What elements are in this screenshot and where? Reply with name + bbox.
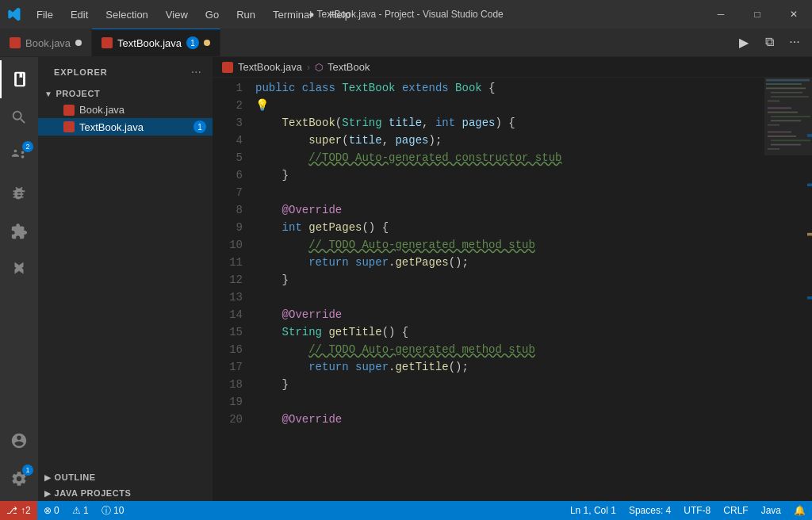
menu-selection[interactable]: Selection xyxy=(98,6,155,24)
activity-test[interactable] xyxy=(0,250,38,289)
code-line-11: return super.getPages(); xyxy=(255,254,764,271)
activity-bar: 2 1 xyxy=(0,57,38,501)
warnings-text: ⚠ 1 xyxy=(72,505,89,516)
status-spaces[interactable]: Spaces: 4 xyxy=(622,501,677,520)
book-java-icon xyxy=(10,37,21,48)
title-bar: File Edit Selection View Go Run Terminal… xyxy=(0,0,812,29)
run-button[interactable]: ▶ xyxy=(733,31,755,53)
restore-button[interactable]: □ xyxy=(739,0,776,29)
textbook-error-badge: 1 xyxy=(193,120,206,133)
code-line-19 xyxy=(255,393,764,411)
code-line-1: public class TextBook extends Book { xyxy=(255,79,764,97)
activity-bottom: 1 xyxy=(0,422,38,501)
code-line-2: 💡 xyxy=(255,97,764,114)
feedback-icon: 🔔 xyxy=(794,505,806,516)
activity-search[interactable] xyxy=(0,98,38,136)
code-editor[interactable]: 1 2 3 4 5 6 7 8 9 10 11 12 13 14 15 16 1… xyxy=(213,78,812,501)
editor-area: TextBook.java › ⬡ TextBook 1 2 3 4 5 6 7… xyxy=(213,57,812,501)
status-position[interactable]: Ln 1, Col 1 xyxy=(564,501,622,520)
menu-run[interactable]: Run xyxy=(228,6,263,24)
java-projects-label: JAVA PROJECTS xyxy=(55,488,132,498)
sidebar-title: EXPLORER xyxy=(54,67,108,77)
breadcrumb: TextBook.java › ⬡ TextBook xyxy=(213,57,812,78)
project-label: PROJECT xyxy=(56,89,100,98)
java-projects-header[interactable]: ▶ JAVA PROJECTS xyxy=(38,485,213,501)
textbook-java-icon xyxy=(102,37,113,48)
project-tree: ▼ PROJECT Book.java TextBook.java 1 xyxy=(38,84,213,137)
status-errors[interactable]: ⊗ 0 xyxy=(37,501,66,520)
status-language[interactable]: Java xyxy=(755,501,787,520)
code-line-3: TextBook(String title, int pages) { xyxy=(255,114,764,132)
file-textbook-java[interactable]: TextBook.java 1 xyxy=(38,118,213,136)
code-line-7 xyxy=(255,184,764,201)
activity-settings[interactable]: 1 xyxy=(0,460,38,498)
code-line-10: // TODO Auto-generated method stub xyxy=(255,236,764,254)
menu-edit[interactable]: Edit xyxy=(63,6,96,24)
tabbar-actions: ▶ ⧉ ··· xyxy=(733,31,812,56)
tab-textbook-badge: 1 xyxy=(186,36,199,49)
line-ending-text: CRLF xyxy=(723,505,748,516)
encoding-text: UTF-8 xyxy=(684,505,710,516)
svg-rect-18 xyxy=(807,184,812,187)
status-source-control[interactable]: ⎇ ↑2 xyxy=(0,501,37,520)
tab-textbook-java[interactable]: TextBook.java 1 xyxy=(92,29,220,56)
status-warnings[interactable]: ⚠ 1 xyxy=(66,501,95,520)
activity-debug[interactable] xyxy=(0,174,38,212)
project-header[interactable]: ▼ PROJECT xyxy=(38,86,213,101)
code-line-8: @Override xyxy=(255,201,764,219)
tab-book-java[interactable]: Book.java xyxy=(0,29,92,56)
breadcrumb-separator: › xyxy=(307,62,310,73)
code-line-5: //TODO Auto-generated constructor stub xyxy=(255,149,764,166)
language-text: Java xyxy=(761,505,781,516)
status-encoding[interactable]: UTF-8 xyxy=(677,501,717,520)
svg-rect-16 xyxy=(764,78,812,155)
breadcrumb-class-icon: ⬡ xyxy=(315,62,323,73)
outline-header[interactable]: ▶ OUTLINE xyxy=(38,469,213,485)
settings-badge: 1 xyxy=(22,465,33,476)
activity-extensions[interactable] xyxy=(0,212,38,250)
code-line-4: super(title, pages); xyxy=(255,132,764,149)
code-line-18: } xyxy=(255,376,764,393)
activity-source-control[interactable]: 2 xyxy=(0,136,38,174)
menu-file[interactable]: File xyxy=(29,6,61,24)
activity-account[interactable] xyxy=(0,422,38,460)
file-book-java[interactable]: Book.java xyxy=(38,101,213,118)
status-feedback[interactable]: 🔔 xyxy=(787,501,812,520)
code-content[interactable]: public class TextBook extends Book { 💡 T… xyxy=(252,78,764,501)
breadcrumb-file[interactable]: TextBook.java xyxy=(238,61,302,73)
more-actions-button[interactable]: ··· xyxy=(783,31,806,53)
outline-arrow: ▶ xyxy=(44,473,52,482)
window-controls: ─ □ ✕ xyxy=(703,0,812,29)
book-java-file-icon xyxy=(63,105,75,116)
menu-view[interactable]: View xyxy=(158,6,196,24)
sidebar: EXPLORER ··· ▼ PROJECT Book.java TextBoo… xyxy=(38,57,213,501)
tab-bar: Book.java TextBook.java 1 ▶ ⧉ ··· xyxy=(0,29,812,57)
errors-text: ⊗ 0 xyxy=(44,505,59,516)
tab-textbook-java-label: TextBook.java xyxy=(117,37,182,49)
code-line-12: } xyxy=(255,271,764,289)
tab-textbook-dot xyxy=(204,40,210,46)
book-java-filename: Book.java xyxy=(79,104,124,116)
sidebar-more-button[interactable]: ··· xyxy=(190,63,203,81)
status-line-ending[interactable]: CRLF xyxy=(717,501,754,520)
position-text: Ln 1, Col 1 xyxy=(570,505,616,516)
status-bar: ⎇ ↑2 ⊗ 0 ⚠ 1 ⓘ 10 Ln 1, Col 1 Spaces: 4 … xyxy=(0,501,812,520)
textbook-java-filename: TextBook.java xyxy=(79,121,144,133)
menu-go[interactable]: Go xyxy=(197,6,227,24)
split-editor-button[interactable]: ⧉ xyxy=(758,31,780,53)
sidebar-header: EXPLORER ··· xyxy=(38,57,213,84)
tab-book-java-label: Book.java xyxy=(25,37,71,49)
minimize-button[interactable]: ─ xyxy=(703,0,739,29)
breadcrumb-class[interactable]: TextBook xyxy=(327,61,370,73)
close-button[interactable]: ✕ xyxy=(776,0,812,29)
status-left: ⎇ ↑2 ⊗ 0 ⚠ 1 ⓘ 10 xyxy=(0,501,130,520)
code-line-13 xyxy=(255,289,764,306)
code-line-9: int getPages() { xyxy=(255,219,764,236)
status-info[interactable]: ⓘ 10 xyxy=(95,501,131,520)
source-control-badge: 2 xyxy=(22,141,33,152)
activity-explorer[interactable] xyxy=(0,60,38,98)
code-line-16: // TODO Auto-generated method stub xyxy=(255,341,764,358)
code-line-17: return super.getTitle(); xyxy=(255,358,764,376)
main-layout: 2 1 xyxy=(0,57,812,501)
project-arrow: ▼ xyxy=(44,90,52,98)
